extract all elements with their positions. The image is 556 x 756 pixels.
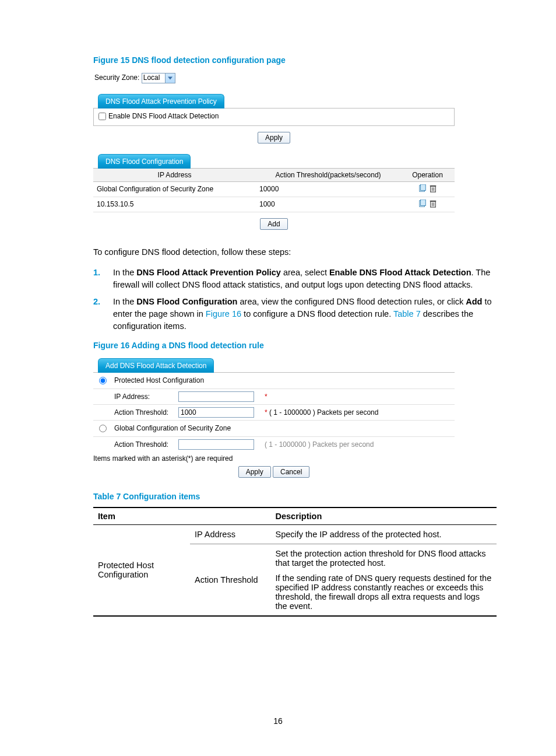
step-1-text: In the DNS Flood Attack Prevention Polic…	[113, 267, 495, 291]
table7-head-item: Item	[93, 508, 270, 525]
table7-r1-item: IP Address	[190, 524, 270, 544]
global-threshold-input[interactable]	[178, 439, 254, 450]
figure16-screenshot: Add DNS Flood Attack Detection Protected…	[93, 358, 455, 478]
enable-detection-label: Enable DNS Flood Attack Detection	[108, 112, 219, 120]
apply-button[interactable]: Apply	[238, 466, 271, 478]
table-row: Global Configuration of Security Zone 10…	[93, 181, 455, 197]
global-threshold-hint: ( 1 - 1000000 ) Packets per second	[265, 440, 374, 449]
table7-caption: Table 7 Configuration items	[93, 492, 495, 501]
cell-ip: Global Configuration of Security Zone	[93, 181, 256, 197]
protected-host-label: Protected Host Configuration	[112, 373, 455, 389]
ip-address-input[interactable]	[178, 391, 254, 402]
step-number-1: 1.	[93, 267, 113, 291]
global-config-radio[interactable]	[99, 425, 107, 432]
figure15-caption: Figure 15 DNS flood detection configurat…	[93, 55, 495, 65]
enable-detection-input[interactable]	[98, 113, 106, 120]
svg-rect-1	[420, 184, 425, 191]
edit-icon[interactable]	[418, 200, 427, 209]
add-button[interactable]: Add	[260, 218, 287, 230]
global-config-label: Global Configuration of Security Zone	[112, 420, 455, 436]
col-ip: IP Address	[93, 169, 256, 182]
col-operation: Operation	[400, 169, 455, 182]
dns-config-table: IP Address Action Threshold(packets/seco…	[93, 169, 455, 212]
svg-rect-13	[430, 200, 436, 201]
table7-r2-desc: Set the protection action threshold for …	[270, 544, 497, 616]
svg-rect-6	[430, 185, 436, 186]
threshold-hint: ( 1 - 1000000 ) Packets per second	[269, 408, 378, 416]
table7-link[interactable]: Table 7	[393, 309, 421, 318]
figure16-caption: Figure 16 Adding a DNS flood detection r…	[93, 341, 495, 350]
policy-tab: DNS Flood Attack Prevention Policy	[98, 94, 224, 108]
svg-rect-8	[420, 200, 425, 206]
cell-threshold: 1000	[256, 197, 400, 212]
config-tab: DNS Flood Configuration	[98, 154, 191, 169]
asterisk-note: Items marked with an asterisk(*) are req…	[93, 454, 455, 463]
delete-icon[interactable]	[429, 200, 437, 209]
delete-icon[interactable]	[429, 184, 437, 194]
add-detection-form: Protected Host Configuration IP Address:…	[93, 373, 455, 452]
figure15-screenshot: Security Zone: Local DNS Flood Attack Pr…	[93, 73, 495, 230]
figure16-link[interactable]: Figure 16	[206, 309, 241, 318]
required-asterisk: *	[265, 408, 268, 416]
table7: Item Description Protected Host Configur…	[93, 507, 497, 617]
add-detection-tab: Add DNS Flood Attack Detection	[98, 358, 214, 373]
enable-detection-checkbox[interactable]: Enable DNS Flood Attack Detection	[98, 112, 219, 120]
page-number: 16	[0, 716, 556, 726]
threshold-label: Action Threshold:	[112, 404, 176, 420]
table7-r1-desc: Specify the IP address of the protected …	[270, 524, 497, 544]
security-zone-value: Local	[143, 74, 160, 82]
table7-r2-item: Action Threshold	[190, 544, 270, 616]
step-2-text: In the DNS Flood Configuration area, vie…	[113, 296, 495, 332]
intro-text: To configure DNS flood detection, follow…	[93, 246, 495, 258]
cell-ip: 10.153.10.5	[93, 197, 256, 212]
security-zone-label: Security Zone:	[94, 74, 139, 82]
global-threshold-label: Action Threshold:	[112, 436, 176, 452]
ip-address-label: IP Address:	[112, 388, 176, 404]
step-number-2: 2.	[93, 296, 113, 332]
cell-threshold: 10000	[256, 181, 400, 197]
security-zone-select[interactable]: Local	[142, 73, 175, 83]
protected-host-radio[interactable]	[99, 377, 107, 384]
chevron-down-icon	[165, 74, 175, 83]
apply-button[interactable]: Apply	[258, 132, 290, 144]
cancel-button[interactable]: Cancel	[273, 466, 309, 478]
threshold-input[interactable]	[178, 407, 254, 418]
table7-rowgroup: Protected Host Configuration	[93, 524, 190, 616]
table7-head-desc: Description	[270, 508, 497, 525]
required-asterisk: *	[265, 393, 268, 401]
edit-icon[interactable]	[418, 184, 427, 194]
table-row: 10.153.10.5 1000	[93, 197, 455, 212]
col-threshold: Action Threshold(packets/second)	[256, 169, 400, 182]
body-text: To configure DNS flood detection, follow…	[93, 246, 495, 332]
